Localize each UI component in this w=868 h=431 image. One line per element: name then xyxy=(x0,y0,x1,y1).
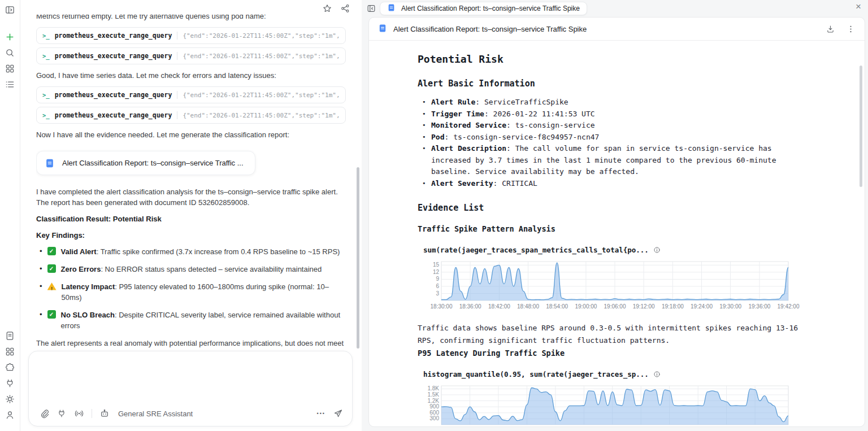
svg-text:1.2K: 1.2K xyxy=(427,398,439,404)
promql-query-label: sum(rate(jaeger_traces_span_metrics_call… xyxy=(418,246,815,254)
chat-scrollbar[interactable] xyxy=(357,167,359,349)
report-card-header: Alert Classification Report: ts–consign–… xyxy=(369,18,865,41)
report-document-card[interactable]: Alert Classification Report: ts–consign–… xyxy=(36,151,255,175)
svg-text:19:12:00: 19:12:00 xyxy=(633,303,655,310)
svg-text:19:18:00: 19:18:00 xyxy=(662,303,684,310)
terminal-prompt-icon: >_ xyxy=(42,51,50,62)
document-icon xyxy=(378,24,388,34)
finding-item: • Zero Errors: No ERROR status spans det… xyxy=(40,264,346,275)
assistant-summary: The alert represents a real anomaly with… xyxy=(36,338,346,349)
tool-name: prometheus_execute_range_query xyxy=(55,110,172,121)
tool-call-row[interactable]: >_ prometheus_execute_range_query {"end"… xyxy=(36,107,346,124)
plug-icon[interactable] xyxy=(5,378,15,389)
classification-result: Classification Result: Potential Risk xyxy=(36,214,346,224)
list-item: Alert Description: The call volume for s… xyxy=(431,143,815,178)
chat-panel: Metrics returned empty. Let me try alter… xyxy=(20,0,362,431)
document-card-title: Alert Classification Report: ts–consign–… xyxy=(62,158,244,168)
report-region: Alert Classification Report: ts–consign–… xyxy=(362,0,868,431)
list-item: Monitored Service: ts-consign-service xyxy=(431,120,815,132)
tool-args: {"end":"2026-01-22T11:45:00Z","step":"1m… xyxy=(183,51,340,62)
assistant-message: Now I have all the evidence needed. Let … xyxy=(36,129,346,140)
assistant-message: I have completed the alert classificatio… xyxy=(36,186,346,208)
terminal-prompt-icon: >_ xyxy=(42,31,50,41)
panel-toggle-icon[interactable] xyxy=(5,5,15,15)
bullet: • xyxy=(40,310,42,319)
subsection-p95-latency: P95 Latency During Traffic Spike xyxy=(418,349,815,358)
close-icon[interactable]: × xyxy=(856,1,861,12)
terminal-prompt-icon: >_ xyxy=(42,110,50,121)
user-profile-icon[interactable] xyxy=(5,410,15,420)
more-options-icon[interactable]: ••• xyxy=(317,411,326,416)
section-heading-evidence: Evidence List xyxy=(418,203,815,213)
new-chat-icon[interactable] xyxy=(5,32,15,42)
traffic-note: Traffic data shows baseline RPS around 0… xyxy=(418,322,815,346)
svg-text:900: 900 xyxy=(429,403,439,410)
download-icon[interactable] xyxy=(826,24,835,34)
tool-args: {"end":"2026-01-22T11:45:00Z","step":"1m… xyxy=(183,31,340,41)
report-scrollbar[interactable] xyxy=(860,66,862,187)
chat-transcript[interactable]: Metrics returned empty. Let me try alter… xyxy=(36,15,346,349)
traffic-rps-chart[interactable]: 151296318:30:0018:36:0018:42:0018:48:001… xyxy=(418,259,815,313)
workspace-grid-icon[interactable] xyxy=(5,346,15,357)
apps-grid-icon[interactable] xyxy=(5,63,15,74)
favorite-star-icon[interactable] xyxy=(322,3,332,14)
composer-toolbar: General SRE Assistant ••• xyxy=(39,407,343,420)
terminal-prompt-icon: >_ xyxy=(42,90,50,101)
bullet: • xyxy=(40,264,42,273)
info-icon[interactable] xyxy=(653,371,661,378)
left-rail xyxy=(0,0,20,431)
key-findings-list: • Valid Alert: Traffic spike confirmed (… xyxy=(36,246,346,331)
assistant-message: Good, I have time series data. Let me ch… xyxy=(36,70,346,81)
finding-item: • Valid Alert: Traffic spike confirmed (… xyxy=(40,246,346,257)
list-item: Alert Rule: ServiceTrafficSpike xyxy=(431,97,815,108)
finding-label: Latency Impact xyxy=(62,282,115,291)
assistant-name[interactable]: General SRE Assistant xyxy=(118,410,193,418)
app-window: Metrics returned empty. Let me try alter… xyxy=(0,0,868,431)
tool-call-row[interactable]: >_ prometheus_execute_range_query {"end"… xyxy=(36,86,346,103)
kebab-menu-icon[interactable] xyxy=(846,24,856,34)
divider xyxy=(177,32,177,40)
history-list-icon[interactable] xyxy=(5,79,15,90)
p95-latency-chart[interactable]: 1.8K1.5K1.2K90060030018:30:0018:36:0018:… xyxy=(418,383,815,426)
attach-paperclip-icon[interactable] xyxy=(39,408,49,419)
svg-text:19:30:00: 19:30:00 xyxy=(719,303,741,310)
panel-topbar: Alert Classification Report: ts–consign–… xyxy=(362,0,868,17)
svg-text:3: 3 xyxy=(436,290,439,297)
plug-icon[interactable] xyxy=(57,408,67,419)
tool-call-row[interactable]: >_ prometheus_execute_range_query {"end"… xyxy=(36,47,346,64)
collapse-panel-icon[interactable] xyxy=(366,3,376,14)
finding-item: • No SLO Breach: Despite CRITICAL severi… xyxy=(40,310,346,331)
report-card: Alert Classification Report: ts–consign–… xyxy=(368,17,865,427)
documents-icon[interactable] xyxy=(5,330,15,341)
divider xyxy=(177,111,177,119)
alert-info-list: Alert Rule: ServiceTrafficSpike Trigger … xyxy=(418,97,815,189)
check-icon xyxy=(47,247,56,255)
share-icon[interactable] xyxy=(340,3,350,14)
puzzle-icon[interactable] xyxy=(5,362,15,373)
send-icon[interactable] xyxy=(333,408,343,419)
svg-text:6: 6 xyxy=(436,283,439,289)
tool-name: prometheus_execute_range_query xyxy=(55,51,172,62)
info-icon[interactable] xyxy=(653,246,661,254)
bullet: • xyxy=(40,281,42,291)
search-icon[interactable] xyxy=(5,47,15,58)
message-composer[interactable]: General SRE Assistant ••• xyxy=(28,351,353,426)
svg-text:9: 9 xyxy=(436,276,439,282)
svg-text:18:48:00: 18:48:00 xyxy=(517,303,539,310)
svg-text:19:42:00: 19:42:00 xyxy=(778,303,800,310)
finding-label: Valid Alert xyxy=(61,247,97,256)
settings-gear-icon[interactable] xyxy=(5,394,15,404)
tool-name: prometheus_execute_range_query xyxy=(55,31,172,41)
finding-item: • Latency Impact: P95 latency elevated t… xyxy=(40,281,346,303)
tool-call-row[interactable]: >_ prometheus_execute_range_query {"end"… xyxy=(36,27,346,44)
finding-label: Zero Errors xyxy=(61,265,101,273)
tab-title: Alert Classification Report: ts–consign–… xyxy=(401,5,580,12)
report-tab[interactable]: Alert Classification Report: ts–consign–… xyxy=(380,2,587,15)
warning-icon xyxy=(47,282,57,290)
finding-text: : Traffic spike confirmed (3.7x increase… xyxy=(97,247,340,256)
divider xyxy=(177,52,177,60)
document-icon xyxy=(45,158,55,168)
check-icon xyxy=(47,310,56,319)
report-document[interactable]: Potential Risk Alert Basic Information A… xyxy=(369,41,865,426)
broadcast-icon[interactable] xyxy=(74,408,84,419)
